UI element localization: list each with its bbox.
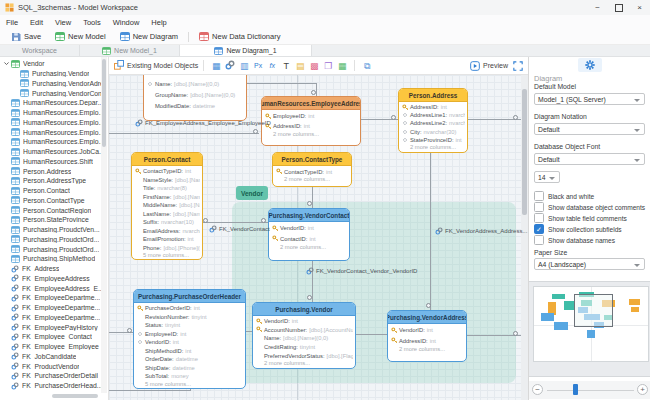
diagram-notation-select[interactable]: Default	[534, 123, 645, 135]
settings-gear-icon[interactable]	[578, 58, 602, 72]
sidebar-item-humanresources-emplo[interactable]: HumanResources.Emplo...	[0, 108, 101, 118]
menu-tools[interactable]: Tools	[77, 18, 107, 27]
default-model-select[interactable]: Model_1 (SQL Server)	[534, 93, 645, 105]
checkbox-show-database-names[interactable]: Show database names	[534, 235, 615, 245]
sidebar-item-fk-employeedepartme[interactable]: FK_EmployeeDepartme...	[0, 293, 101, 303]
sidebar-item-purchasing-vendorcont[interactable]: Purchasing.VendorCont...	[0, 88, 101, 98]
menu-window[interactable]: Window	[107, 18, 146, 27]
sidebar-item-person-contactregion[interactable]: Person.ContactRegion	[0, 205, 101, 215]
diagram-canvas[interactable]: VendorName:[dbo].[Name](0,0)GroupName:[d…	[109, 75, 528, 400]
tab-workspace[interactable]: Workspace	[0, 45, 80, 56]
checkbox-box[interactable]: ✓	[534, 224, 544, 234]
entity-person-contacttype[interactable]: Person.ContactTypeContactTypeID:int2 mor…	[272, 152, 352, 187]
save-button[interactable]: Save	[4, 30, 48, 44]
more-columns-note[interactable]: 5 more columns...	[135, 252, 200, 260]
more-columns-note[interactable]: 2 more columns...	[276, 176, 349, 185]
existing-model-objects-button[interactable]: Existing Model Objects	[114, 60, 198, 71]
view-table-icon[interactable]: ▥	[237, 61, 251, 71]
sidebar-item-fk-employeeaddress-e[interactable]: FK_EmployeeAddress_E...	[0, 283, 101, 293]
fk-label-fk-employeeaddress-employee-employeeid[interactable]: FK_EmployeeAddress_Employee_EmployeeID	[135, 119, 271, 127]
fk-label-fk-vendoraddress-address[interactable]: FK_VendorAddress_Address...	[435, 227, 527, 235]
entity-purchasing-vendorcontact[interactable]: Purchasing.VendorContactVendorID:intCont…	[268, 208, 350, 261]
sidebar-item-person-stateprovince[interactable]: Person.StateProvince	[0, 215, 101, 225]
sidebar-item-fk-employeepayhistory[interactable]: FK_EmployeePayHistory	[0, 322, 101, 332]
sidebar-item-fk-purchaseorderdetail[interactable]: FK_PurchaseOrderDetail	[0, 371, 101, 381]
sidebar-item-purchasing-shipmethod[interactable]: Purchasing.ShipMethod	[0, 254, 101, 264]
shape-icon[interactable]: ❐	[321, 61, 335, 71]
sidebar-item-person-contacttype[interactable]: Person.ContactType	[0, 196, 101, 206]
sidebar-item-humanresources-depar[interactable]: HumanResources.Depar...	[0, 98, 101, 108]
new-table-icon[interactable]: ▦	[335, 61, 349, 71]
fullscreen-icon[interactable]	[513, 61, 523, 71]
sidebar-vertical-scrollbar[interactable]	[101, 57, 107, 393]
group-badge[interactable]: Vendor	[236, 186, 268, 200]
minimize-button[interactable]: −	[587, 0, 608, 15]
checkbox-box[interactable]	[534, 191, 544, 201]
preview-button[interactable]: Preview	[470, 61, 508, 71]
relationship-icon[interactable]	[223, 60, 237, 72]
zoom-slider-track[interactable]	[547, 390, 634, 392]
new-data-dictionary-button[interactable]: New Data Dictionary	[192, 30, 287, 44]
more-columns-note[interactable]: 2 more columns...	[391, 346, 464, 357]
primary-key-icon[interactable]: Px	[251, 61, 265, 71]
sidebar-item-humanresources-emplo[interactable]: HumanResources.Emplo...	[0, 118, 101, 128]
sidebar-item-purchasing-vendor[interactable]: Purchasing.Vendor	[0, 69, 101, 79]
menu-edit[interactable]: Edit	[24, 18, 49, 27]
menu-file[interactable]: File	[0, 18, 24, 27]
sidebar-item-person-address[interactable]: Person.Address	[0, 166, 101, 176]
tab-new-model-1[interactable]: New Model_1	[80, 45, 180, 56]
sidebar-item-person-contact[interactable]: Person.Contact	[0, 186, 101, 196]
sidebar-item-humanresources-emplo[interactable]: HumanResources.Emplo...	[0, 127, 101, 137]
sidebar-item-vendor[interactable]: Vendor	[0, 59, 101, 69]
sidebar-item-purchasing-proudctord[interactable]: Purchasing.ProudctOrd...	[0, 235, 101, 245]
canvas-vertical-scrollbar[interactable]	[521, 75, 528, 400]
checkbox-box[interactable]	[534, 202, 544, 212]
checkbox-box[interactable]	[534, 213, 544, 223]
font-size-select[interactable]: 14	[534, 171, 560, 183]
more-columns-note[interactable]: 2 more columns...	[272, 244, 347, 255]
sidebar-item-purchasing-proudctven[interactable]: Purchasing.ProudctVen...	[0, 225, 101, 235]
new-model-button[interactable]: New Model	[48, 30, 113, 44]
checkbox-black-and-white[interactable]: Black and white	[534, 191, 594, 201]
expand-caret-icon[interactable]	[3, 60, 10, 67]
minimap-viewport[interactable]	[574, 294, 613, 327]
more-columns-note[interactable]: 5 more columns...	[137, 381, 243, 390]
sidebar-item-humanresources-shift[interactable]: HumanResources.Shift	[0, 157, 101, 167]
sidebar-horizontal-scrollbar[interactable]	[52, 394, 98, 398]
sidebar-item-fk-employeedepartme[interactable]: FK_EmployeeDepartme...	[0, 313, 101, 323]
sidebar-item-fk-employee-contact[interactable]: FK_Employee_Contact	[0, 332, 101, 342]
entity-person-contact[interactable]: Person.ContactContactTypeID:intNameStyle…	[131, 152, 203, 260]
note-icon[interactable]: ▤	[293, 61, 307, 71]
function-icon[interactable]: fx	[265, 61, 279, 71]
checkbox-box[interactable]	[534, 235, 544, 245]
table-icon[interactable]: ▦	[209, 61, 223, 71]
menu-view[interactable]: View	[49, 18, 77, 27]
zoom-out-button[interactable]: −	[532, 384, 543, 395]
menu-help[interactable]: Help	[145, 18, 172, 27]
close-button[interactable]: ×	[629, 0, 650, 15]
fk-label-fk-vendorcontact[interactable]: FK_VendorContact	[209, 225, 270, 233]
new-diagram-button[interactable]: New Diagram	[113, 30, 185, 44]
tab-new-diagram-1[interactable]: New Diagram_1	[180, 45, 312, 56]
sidebar-item-purchasing-proudctord[interactable]: Purchasing.ProudctOrd...	[0, 244, 101, 254]
sidebar-item-fk-productvendor[interactable]: FK_ProductVendor	[0, 361, 101, 371]
sidebar-item-fk-employeedepartme[interactable]: FK_EmployeeDepartme...	[0, 303, 101, 313]
checkbox-show-collection-subfields[interactable]: ✓Show collection subfields	[534, 224, 622, 234]
auto-layout-icon[interactable]: ⧉	[360, 61, 374, 71]
more-columns-note[interactable]: 2 more columns...	[265, 131, 358, 141]
sidebar-item-fk-address[interactable]: FK_Address	[0, 264, 101, 274]
maximize-button[interactable]	[608, 0, 629, 15]
paper-size-select[interactable]: A4 (Landscape)	[534, 258, 645, 270]
entity-humanresources-employeeaddress[interactable]: HumanResources.EmployeeAddressEmployeeID…	[261, 96, 361, 146]
entity-purchasing-vendoraddress[interactable]: Purchasing.VendorAddressVendorID:intAddr…	[387, 310, 467, 362]
database-object-font-select[interactable]: Default	[534, 153, 645, 165]
entity-clipped-table[interactable]: Name:[dbo].[Name](0,0)GroupName:[dbo].[N…	[143, 75, 247, 121]
more-columns-note[interactable]: 2 more columns...	[256, 360, 353, 369]
sidebar-item-purchasing-vendoradress[interactable]: Purchasing.VendorAdress...	[0, 79, 101, 89]
entity-purchasing-purchaseorderheader[interactable]: Purchasing.PurchaseOrderHeaderPurchaseOr…	[133, 289, 246, 389]
checkbox-show-database-object-comments[interactable]: Show database object comments	[534, 202, 645, 212]
more-columns-note[interactable]: 2 more columns...	[402, 144, 465, 152]
fk-label-fk-vendorcontact-vendor-vendorid[interactable]: FK_VendorContact_Vendor_VendorID	[306, 267, 417, 275]
checkbox-show-table-field-comments[interactable]: Show table field comments	[534, 213, 627, 223]
sidebar-item-fk-purchaseorderhead[interactable]: FK_PurchaseOrderHead...	[0, 381, 101, 391]
